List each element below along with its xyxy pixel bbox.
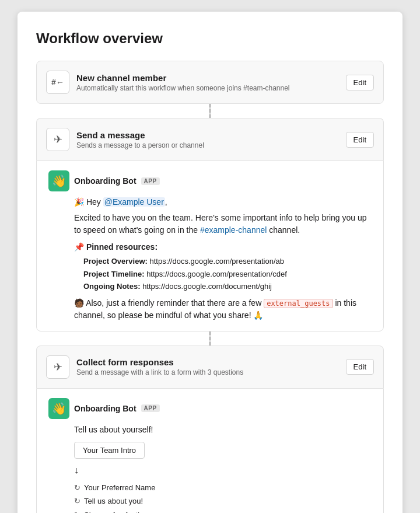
bot-avatar-2: 👋 — [48, 398, 69, 419]
form-field-icon-1: ↻ — [74, 495, 80, 507]
bot-avatar-1: 👋 — [48, 170, 69, 191]
arrow-down: ↓ — [74, 463, 372, 477]
bot-header-1: 👋 Onboarding Bot APP — [48, 170, 372, 191]
bot-name-1: Onboarding Bot — [74, 176, 136, 186]
onboarding-message-body: 🎉 Hey @Example User, Excited to have you… — [48, 196, 372, 322]
pinned-emoji: 📌 — [74, 242, 84, 252]
form-message-body: Tell us about yourself! Your Team Intro … — [48, 424, 372, 514]
new-channel-member-edit-button[interactable]: Edit — [346, 75, 374, 90]
connector-1 — [209, 104, 211, 118]
send-message-edit-button[interactable]: Edit — [346, 132, 374, 148]
new-channel-member-card: #← New channel member Automatically star… — [36, 61, 384, 104]
pinned-item-2: Ongoing Notes: https://docs.google.com/d… — [83, 281, 372, 292]
pinned-list: Project Overview: https://docs.google.co… — [74, 256, 372, 292]
channel-link: #example-channel — [200, 225, 267, 235]
form-field-1: ↻ Tell us about you! — [74, 495, 372, 507]
workflow-steps: #← New channel member Automatically star… — [36, 61, 384, 513]
reminder-paragraph: 🧑🏾 Also, just a friendly reminder that t… — [74, 297, 372, 322]
reminder-emoji: 🧑🏾 — [74, 298, 84, 308]
page-title: Workflow overview — [36, 30, 384, 47]
pinned-title: Pinned resources: — [86, 242, 158, 252]
form-field-label-0: Your Preferred Name — [84, 482, 155, 494]
collect-form-edit-button[interactable]: Edit — [346, 359, 374, 375]
new-channel-member-desc: Automatically start this workflow when s… — [76, 84, 339, 92]
page-container: Workflow overview #← New channel member … — [18, 12, 402, 513]
external-badge: external_guests — [264, 299, 332, 308]
collect-form-desc: Send a message with a link to a form wit… — [76, 368, 339, 376]
mention-user: @Example User — [103, 197, 165, 207]
pinned-item-1: Project Timeline: https://docs.google.co… — [83, 268, 372, 280]
collect-form-card: ✈ Collect form responses Send a message … — [36, 346, 384, 388]
form-field-label-1: Tell us about you! — [84, 495, 143, 507]
new-channel-member-icon: #← — [46, 71, 69, 94]
form-field-icon-0: ↻ — [74, 482, 80, 494]
pinned-item-0: Project Overview: https://docs.google.co… — [83, 256, 372, 267]
new-channel-member-title: New channel member — [76, 73, 339, 83]
greeting-emoji: 🎉 — [74, 197, 84, 207]
form-field-icon-2: ↻ — [74, 509, 80, 514]
greeting-text: Hey — [86, 197, 103, 207]
connector-2 — [209, 331, 211, 346]
new-channel-member-text: New channel member Automatically start t… — [76, 73, 339, 92]
form-field-label-2: Share a fun fact! — [84, 509, 139, 514]
send-message-icon: ✈ — [46, 128, 69, 151]
greeting-line: 🎉 Hey @Example User, — [74, 196, 372, 208]
pinned-title-line: 📌 Pinned resources: — [74, 241, 372, 253]
bot-name-2: Onboarding Bot — [74, 404, 136, 413]
form-message-card: 👋 Onboarding Bot APP Tell us about yours… — [36, 388, 384, 514]
send-message-card: ✈ Send a message Sends a message to a pe… — [36, 118, 384, 160]
form-body-text: Tell us about yourself! — [74, 424, 372, 436]
send-message-text: Send a message Sends a message to a pers… — [76, 130, 339, 149]
collect-form-text: Collect form responses Send a message wi… — [76, 357, 339, 376]
app-badge-2: APP — [141, 404, 160, 412]
pinned-section: 📌 Pinned resources: Project Overview: ht… — [74, 241, 372, 292]
collect-form-title: Collect form responses — [76, 357, 339, 367]
onboarding-message-card: 👋 Onboarding Bot APP 🎉 Hey @Example User… — [36, 160, 384, 331]
send-message-desc: Sends a message to a person or channel — [76, 141, 339, 149]
form-field-2: ↻ Share a fun fact! — [74, 509, 372, 514]
send-message-title: Send a message — [76, 130, 339, 140]
bot-header-2: 👋 Onboarding Bot APP — [48, 398, 372, 419]
your-team-intro-button[interactable]: Your Team Intro — [74, 442, 145, 459]
app-badge-1: APP — [141, 177, 160, 185]
intro-paragraph: Excited to have you on the team. Here's … — [74, 212, 372, 236]
form-fields: ↻ Your Preferred Name ↻ Tell us about yo… — [74, 482, 372, 514]
collect-form-icon: ✈ — [46, 355, 69, 379]
form-field-0: ↻ Your Preferred Name — [74, 482, 372, 494]
